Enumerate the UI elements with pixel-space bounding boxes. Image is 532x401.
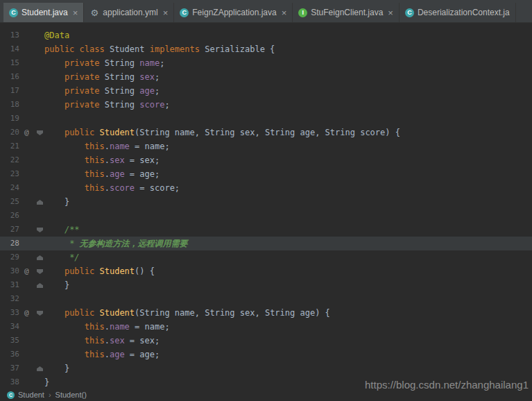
code-line-37[interactable]: 37 } (0, 361, 532, 375)
config-file-icon: ⚙ (89, 8, 99, 17)
code-text: this.age = age; (44, 348, 160, 361)
line-number: 23 (0, 167, 19, 181)
gutter: 33@ (0, 306, 44, 320)
code-text: public class Student implements Serializ… (44, 42, 275, 56)
code-line-25[interactable]: 25 } (0, 195, 532, 209)
line-number: 26 (0, 209, 19, 223)
code-line-15[interactable]: 15 private String name; (0, 56, 532, 70)
code-line-30[interactable]: 30@ public Student() { (0, 264, 532, 278)
code-line-22[interactable]: 22 this.sex = sex; (0, 153, 532, 167)
code-text: } (44, 195, 69, 209)
gutter: 26 (0, 209, 44, 223)
interface-file-icon: I (298, 8, 307, 17)
code-line-23[interactable]: 23 this.age = age; (0, 167, 532, 181)
code-text: this.score = score; (44, 181, 180, 195)
class-file-icon: C (180, 8, 189, 17)
code-line-13[interactable]: 13@Data (0, 28, 532, 42)
code-text: } (44, 361, 69, 375)
close-tab-icon[interactable]: × (73, 8, 78, 17)
annotation-gutter-icon: @ (24, 126, 29, 139)
gutter: 27 (0, 223, 44, 237)
code-line-29[interactable]: 29 */ (0, 250, 532, 264)
class-file-icon: C (405, 8, 414, 17)
code-line-27[interactable]: 27 /** (0, 223, 532, 237)
code-text: private String score; (44, 98, 170, 112)
fold-close-icon[interactable] (37, 255, 43, 260)
close-tab-icon[interactable]: × (163, 8, 169, 17)
fold-open-icon[interactable] (37, 269, 43, 274)
gutter: 34 (0, 320, 44, 334)
line-number: 17 (0, 84, 19, 98)
tab-application.yml[interactable]: ⚙application.yml× (84, 3, 174, 22)
code-editor[interactable]: 13@Data14public class Student implements… (0, 24, 532, 389)
tab-FeignZApplication.java[interactable]: CFeignZApplication.java× (174, 3, 293, 22)
code-line-32[interactable]: 32 (0, 292, 532, 306)
code-line-35[interactable]: 35 this.sex = sex; (0, 334, 532, 348)
code-text: this.age = age; (44, 167, 160, 181)
tab-DeserializationContext.ja[interactable]: CDeserializationContext.ja (400, 3, 516, 22)
code-text: * 无参构造方法，远程调用需要 (44, 237, 188, 250)
code-text: } (44, 375, 49, 389)
code-line-21[interactable]: 21 this.name = name; (0, 139, 532, 153)
code-line-19[interactable]: 19 (0, 112, 532, 126)
line-number: 18 (0, 98, 19, 112)
code-line-36[interactable]: 36 this.age = age; (0, 348, 532, 361)
gutter: 21 (0, 139, 44, 153)
line-number: 29 (0, 250, 19, 264)
tab-Student.java[interactable]: CStudent.java× (3, 3, 84, 22)
close-tab-icon[interactable]: × (388, 8, 393, 17)
gutter: 31 (0, 278, 44, 292)
class-icon: C (7, 391, 15, 399)
code-line-18[interactable]: 18 private String score; (0, 98, 532, 112)
code-line-14[interactable]: 14public class Student implements Serial… (0, 42, 532, 56)
code-text: this.name = name; (44, 139, 170, 153)
code-line-26[interactable]: 26 (0, 209, 532, 223)
code-text: this.sex = sex; (44, 153, 160, 167)
code-text: private String age; (44, 84, 160, 98)
code-text: public Student() { (44, 264, 155, 278)
gutter: 25 (0, 195, 44, 209)
line-number: 15 (0, 56, 19, 70)
line-number: 13 (0, 28, 19, 42)
code-text: this.name = name; (44, 320, 170, 334)
code-line-31[interactable]: 31 } (0, 278, 532, 292)
code-line-20[interactable]: 20@ public Student(String name, String s… (0, 126, 532, 139)
gutter: 15 (0, 56, 44, 70)
code-line-34[interactable]: 34 this.name = name; (0, 320, 532, 334)
gutter: 32 (0, 292, 44, 306)
tab-label: StuFeignClient.java (311, 8, 383, 17)
gutter: 38 (0, 375, 44, 389)
tab-label: Student.java (22, 8, 68, 17)
fold-close-icon[interactable] (37, 283, 43, 288)
code-line-17[interactable]: 17 private String age; (0, 84, 532, 98)
line-number: 37 (0, 361, 19, 375)
fold-close-icon[interactable] (37, 366, 43, 371)
close-tab-icon[interactable]: × (282, 8, 287, 17)
gutter: 17 (0, 84, 44, 98)
code-text: private String name; (44, 56, 164, 70)
fold-open-icon[interactable] (37, 311, 43, 316)
line-number: 22 (0, 153, 19, 167)
line-number: 38 (0, 375, 19, 389)
line-number: 30 (0, 264, 19, 278)
fold-open-icon[interactable] (37, 130, 43, 135)
fold-close-icon[interactable] (37, 200, 43, 205)
ide-window: CStudent.java×⚙application.yml×CFeignZAp… (0, 0, 532, 401)
gutter: 29 (0, 250, 44, 264)
breadcrumb-item[interactable]: Student (18, 391, 44, 399)
tab-label: application.yml (103, 8, 157, 17)
gutter: 23 (0, 167, 44, 181)
code-line-28[interactable]: 28 * 无参构造方法，远程调用需要 (0, 237, 532, 250)
line-number: 34 (0, 320, 19, 334)
line-number: 16 (0, 70, 19, 84)
code-line-24[interactable]: 24 this.score = score; (0, 181, 532, 195)
breadcrumb-item[interactable]: Student() (55, 391, 87, 399)
tab-StuFeignClient.java[interactable]: IStuFeignClient.java× (293, 3, 400, 22)
code-line-33[interactable]: 33@ public Student(String name, String s… (0, 306, 532, 320)
line-number: 33 (0, 306, 19, 320)
line-number: 31 (0, 278, 19, 292)
code-line-16[interactable]: 16 private String sex; (0, 70, 532, 84)
line-number: 14 (0, 42, 19, 56)
fold-open-icon[interactable] (37, 228, 43, 232)
gutter: 28 (0, 237, 44, 250)
